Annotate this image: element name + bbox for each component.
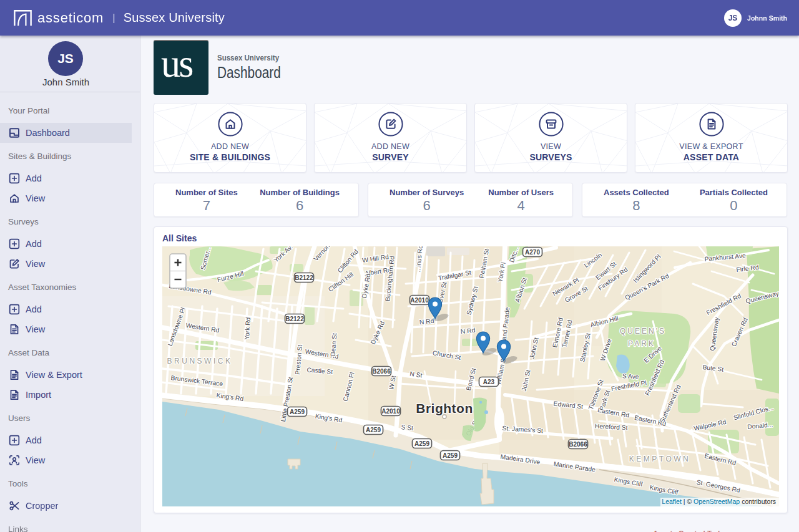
svg-text:A2010: A2010 bbox=[410, 297, 429, 304]
svg-text:S St: S St bbox=[401, 423, 413, 432]
svg-text:KEMPTOWN: KEMPTOWN bbox=[629, 455, 690, 463]
svg-text:A259: A259 bbox=[443, 452, 458, 459]
svg-text:A270: A270 bbox=[525, 249, 540, 256]
svg-text:A259: A259 bbox=[290, 409, 305, 415]
svg-text:QUEEN'S: QUEEN'S bbox=[620, 327, 666, 336]
svg-text:A2010: A2010 bbox=[381, 408, 400, 415]
svg-text:B2066: B2066 bbox=[569, 441, 587, 448]
svg-text:B2066: B2066 bbox=[372, 368, 391, 375]
svg-text:A23: A23 bbox=[483, 379, 495, 385]
svg-text:B2122: B2122 bbox=[295, 274, 313, 281]
svg-text:PARK: PARK bbox=[628, 339, 655, 348]
svg-text:A259: A259 bbox=[414, 440, 429, 447]
svg-text:B2122: B2122 bbox=[285, 316, 304, 322]
svg-text:BRUNSWICK: BRUNSWICK bbox=[167, 357, 233, 365]
svg-text:Leaflet | © OpenStreetMap cont: Leaflet | © OpenStreetMap contributors bbox=[662, 498, 776, 505]
svg-text:S Ave: S Ave bbox=[622, 372, 640, 380]
svg-text:Brighton: Brighton bbox=[416, 401, 473, 415]
svg-text:A259: A259 bbox=[366, 427, 381, 433]
